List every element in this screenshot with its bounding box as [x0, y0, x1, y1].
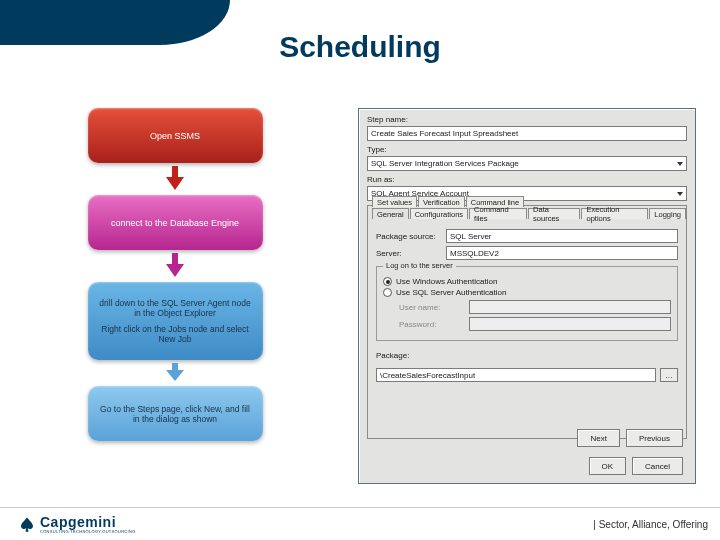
tab-verification[interactable]: Verification — [418, 196, 465, 207]
brand-wordmark: Capgemini — [40, 515, 136, 529]
cancel-button[interactable]: Cancel — [632, 457, 683, 475]
pkgsource-row: Package source: SQL Server — [376, 229, 678, 243]
tab-setvalues[interactable]: Set values — [372, 196, 417, 207]
radio-dot-icon — [383, 277, 392, 286]
password-field — [469, 317, 671, 331]
browse-button[interactable]: … — [660, 368, 678, 382]
header-curve — [0, 0, 230, 45]
svg-marker-1 — [166, 253, 184, 277]
instruction-flow: Open SSMS connect to the Database Engine… — [85, 108, 265, 441]
step-3: drill down to the SQL Server Agent node … — [88, 282, 263, 360]
tab-datasources[interactable]: Data sources — [528, 208, 580, 219]
stepname-label: Step name: — [367, 115, 687, 124]
password-row: Password: — [399, 317, 671, 331]
tab-configurations[interactable]: Configurations — [410, 208, 468, 219]
spade-icon — [18, 516, 36, 534]
footer-divider — [0, 507, 720, 508]
username-field — [469, 300, 671, 314]
step-2: connect to the Database Engine — [88, 195, 263, 250]
radio-dot-icon — [383, 288, 392, 297]
tab-panel: Set values Verification Command line Gen… — [367, 205, 687, 439]
tab-general[interactable]: General — [372, 208, 409, 219]
server-dropdown[interactable]: MSSQLDEV2 — [446, 246, 678, 260]
previous-button[interactable]: Previous — [626, 429, 683, 447]
type-dropdown[interactable]: SQL Server Integration Services Package — [367, 156, 687, 171]
tab-execoptions[interactable]: Execution options — [581, 208, 648, 219]
step-4: Go to the Steps page, click New, and fil… — [88, 386, 263, 441]
ok-button[interactable]: OK — [589, 457, 627, 475]
chevron-down-icon — [677, 192, 683, 196]
step-1: Open SSMS — [88, 108, 263, 163]
job-step-dialog: Step name: Create Sales Forecast Input S… — [358, 108, 696, 484]
brand-tagline: CONSULTING.TECHNOLOGY.OUTSOURCING — [40, 529, 136, 534]
package-label: Package: — [376, 351, 678, 360]
brand-logo: Capgemini CONSULTING.TECHNOLOGY.OUTSOURC… — [18, 515, 136, 534]
arrow-icon — [162, 363, 188, 383]
arrow-icon — [162, 253, 188, 279]
tab-logging[interactable]: Logging — [649, 208, 686, 219]
package-field[interactable]: \CreateSalesForecastInput — [376, 368, 656, 382]
next-button[interactable]: Next — [577, 429, 619, 447]
package-row: \CreateSalesForecastInput … — [376, 368, 678, 382]
tab-row-bottom: General Configurations Command files Dat… — [372, 208, 686, 219]
arrow-icon — [162, 166, 188, 192]
footer-text: | Sector, Alliance, Offering — [593, 519, 708, 530]
page-title: Scheduling — [279, 30, 441, 64]
radio-sql-auth[interactable]: Use SQL Server Authentication — [383, 288, 671, 297]
runas-label: Run as: — [367, 175, 687, 184]
radio-windows-auth[interactable]: Use Windows Authentication — [383, 277, 671, 286]
server-row: Server: MSSQLDEV2 — [376, 246, 678, 260]
logon-group: Log on to the server Use Windows Authent… — [376, 266, 678, 341]
pkgsource-dropdown[interactable]: SQL Server — [446, 229, 678, 243]
svg-marker-0 — [166, 166, 184, 190]
type-label: Type: — [367, 145, 687, 154]
chevron-down-icon — [677, 162, 683, 166]
username-row: User name: — [399, 300, 671, 314]
svg-marker-2 — [166, 363, 184, 381]
stepname-field[interactable]: Create Sales Forecast Input Spreadsheet — [367, 126, 687, 141]
tab-commandfiles[interactable]: Command files — [469, 208, 527, 219]
